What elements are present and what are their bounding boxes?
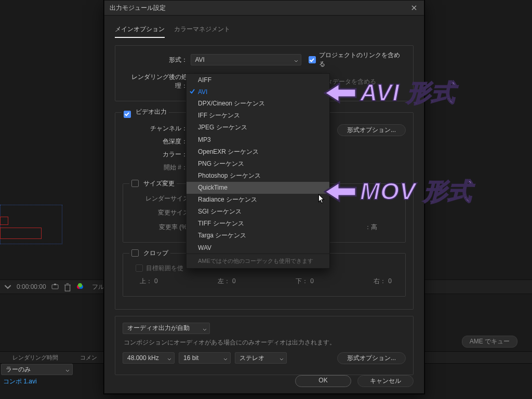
format-option[interactable]: Photoshop シーケンス (187, 170, 329, 182)
video-format-options-button[interactable]: 形式オプション... (337, 124, 406, 136)
format-label: 形式： (123, 56, 191, 64)
dialog-titlebar: 出力モジュール設定 (104, 1, 424, 16)
format-option[interactable]: IFF シーケンス (187, 110, 329, 122)
chevron-down-icon (223, 356, 228, 363)
tab-main-options[interactable]: メインオプション (115, 25, 165, 38)
crop-left-value[interactable]: 0 (232, 277, 236, 285)
trash-icon (64, 283, 71, 290)
svg-point-5 (78, 283, 82, 287)
annotation-avi: AVI 形式 (324, 77, 456, 109)
audio-channels-select[interactable]: ステレオ (235, 352, 287, 364)
check-icon (189, 88, 195, 96)
format-dropdown[interactable]: AIFFAVIDPX/Cineon シーケンスIFF シーケンスJPEG シーケ… (186, 73, 330, 269)
format-select-value: AVI (195, 56, 205, 63)
chevron-down-icon (203, 326, 207, 334)
cancel-button[interactable]: キャンセル (357, 375, 414, 387)
dialog-footer: OK キャンセル (295, 375, 414, 387)
use-target-region-checkbox[interactable] (136, 264, 143, 272)
svg-rect-1 (54, 284, 56, 285)
ok-button[interactable]: OK (295, 375, 351, 387)
channel-label: チャンネル： (123, 124, 191, 133)
format-option[interactable]: SGI シーケンス (187, 206, 329, 218)
collapse-icon (4, 283, 11, 290)
audio-sample-rate-select[interactable]: 48.000 kHz (123, 352, 175, 364)
chevron-down-icon (280, 356, 284, 363)
crop-bottom-label: 下： (296, 277, 308, 285)
resize-quality-label: ：高 (365, 223, 377, 232)
crop-right-value[interactable]: 0 (388, 277, 392, 285)
resize-legend: サイズ変更 (129, 179, 177, 188)
camera-icon (51, 283, 59, 290)
format-option[interactable]: DPX/Cineon シーケンス (187, 98, 329, 110)
svg-rect-2 (65, 285, 70, 291)
crop-legend: クロップ (129, 249, 170, 258)
arrow-left-icon (324, 82, 357, 104)
arrow-left-icon (324, 180, 357, 203)
crop-right-label: 右： (374, 277, 386, 285)
color-label: カラー： (123, 150, 191, 159)
crop-left-label: 左： (218, 277, 230, 285)
format-select[interactable]: AVI (191, 54, 301, 65)
format-option[interactable]: Radiance シーケンス (187, 194, 329, 206)
tab-color-management[interactable]: カラーマネジメント (174, 25, 230, 38)
bg-red-box-small (0, 217, 8, 225)
row-errors-select[interactable]: ラーのみ (1, 364, 73, 375)
audio-note: コンポジションにオーディオがある場合にのみオーディオは出力されます。 (124, 338, 406, 347)
format-option[interactable]: JPEG シーケンス (187, 122, 329, 134)
close-icon (411, 5, 417, 10)
format-option[interactable]: AVI (187, 86, 329, 98)
format-option[interactable]: WAV (187, 242, 329, 254)
chevron-down-icon (167, 356, 171, 363)
start-number-label: 開始 #： (123, 163, 191, 172)
crop-top-value[interactable]: 0 (154, 277, 158, 285)
include-project-link-label: プロジェクトのリンクを含める (319, 51, 406, 69)
video-output-checkbox[interactable] (124, 111, 131, 118)
chevron-down-icon (294, 58, 298, 65)
format-option[interactable]: AIFF (187, 74, 329, 86)
dialog-tabs: メインオプション カラーマネジメント (115, 25, 414, 38)
format-option[interactable]: TIFF シーケンス (187, 218, 329, 230)
audio-format-options-button[interactable]: 形式オプション... (337, 352, 406, 364)
ame-queue-button[interactable]: AME でキュー (462, 336, 517, 348)
col-render-time: レンダリング時間 (10, 354, 80, 362)
dialog-title: 出力モジュール設定 (110, 4, 409, 12)
format-dropdown-footer: AMEではその他のコーデックも使用できます (187, 254, 329, 268)
output-file-link[interactable]: コンポ 1.avi (3, 377, 37, 386)
format-option[interactable]: QuickTime (187, 182, 329, 194)
format-option[interactable]: MP3 (187, 134, 329, 145)
use-target-region-label: 目標範囲を使 (146, 264, 183, 273)
timecode: 0:00:00:00 (17, 283, 46, 290)
bg-red-box (0, 228, 42, 239)
resize-checkbox[interactable] (131, 180, 139, 187)
audio-bit-depth-select[interactable]: 16 bit (179, 352, 231, 364)
annotation-mov: MOV 形式 (324, 176, 472, 208)
crop-bottom-value[interactable]: 0 (310, 277, 314, 285)
format-option[interactable]: OpenEXR シーケンス (187, 146, 329, 158)
post-render-label: レンダリング後の処理： (123, 73, 191, 90)
crop-top-label: 上： (140, 277, 152, 285)
close-button[interactable] (409, 3, 419, 12)
depth-label: 色深度： (123, 137, 191, 146)
audio-output-mode-select[interactable]: オーディオ出力が自動 (123, 323, 210, 334)
format-option[interactable]: PNG シーケンス (187, 158, 329, 170)
crop-checkbox[interactable] (131, 249, 139, 257)
format-option[interactable]: Targa シーケンス (187, 230, 329, 242)
chevron-down-icon (65, 367, 70, 375)
include-project-link-checkbox[interactable] (309, 56, 316, 63)
video-output-legend: ビデオ出力 (122, 108, 169, 118)
swatch-icon (76, 283, 84, 290)
svg-rect-0 (52, 285, 58, 289)
